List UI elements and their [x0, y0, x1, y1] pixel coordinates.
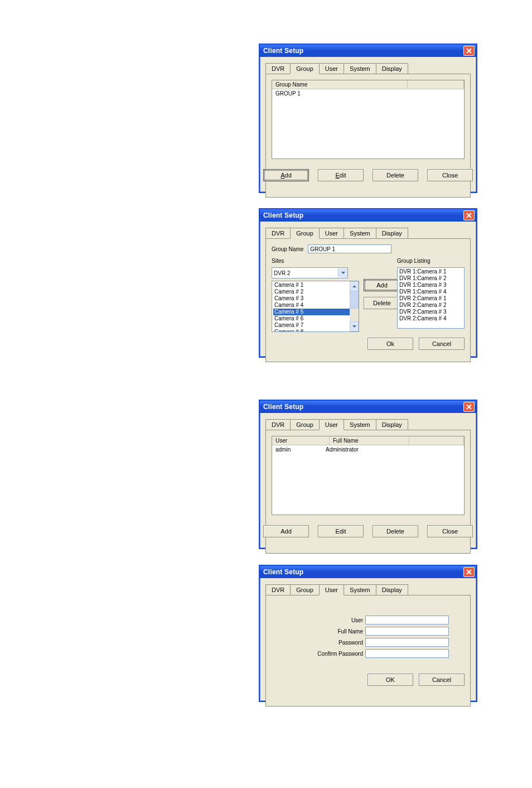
col-spacer: [408, 80, 464, 89]
group-listing-column: Group Listing DVR 1:Camera # 1DVR 1:Came…: [397, 258, 465, 332]
add-button[interactable]: Add: [263, 525, 309, 537]
fullname-input[interactable]: [365, 627, 449, 636]
fullname-cell: Administrator: [326, 446, 359, 453]
close-icon[interactable]: [463, 210, 475, 220]
tab-dvr[interactable]: DVR: [265, 228, 291, 239]
group-list[interactable]: Group Name GROUP 1: [272, 80, 465, 159]
tabs: DVR Group User System Display: [265, 419, 476, 430]
col-spacer: [409, 436, 464, 445]
group-listing-item[interactable]: DVR 1:Camera # 1: [399, 268, 462, 275]
close-button[interactable]: Close: [427, 525, 473, 537]
add-camera-button[interactable]: Add: [364, 279, 400, 291]
tab-display[interactable]: Display: [376, 63, 408, 74]
camera-list-item[interactable]: Camera # 8: [273, 329, 357, 332]
ok-button[interactable]: OK: [367, 674, 413, 686]
tab-system[interactable]: System: [344, 419, 376, 430]
group-name-input[interactable]: [308, 244, 391, 253]
user-list-header: User Full Name: [272, 436, 464, 445]
confirm-password-label: Confirm Password: [317, 651, 363, 657]
user-label: User: [351, 617, 363, 623]
row-confirm: Confirm Password: [287, 649, 449, 658]
button-row: OK Cancel: [272, 674, 465, 686]
tab-dvr[interactable]: DVR: [265, 419, 291, 430]
tab-system[interactable]: System: [344, 228, 376, 239]
tab-system[interactable]: System: [344, 584, 376, 595]
group-name-cell: GROUP 1: [275, 90, 301, 97]
tab-user[interactable]: User: [319, 63, 344, 74]
delete-camera-button[interactable]: Delete: [364, 297, 400, 309]
group-listing-item[interactable]: DVR 2:Camera # 3: [399, 309, 462, 315]
user-input[interactable]: [365, 616, 449, 624]
tab-user[interactable]: User: [319, 228, 344, 239]
window-title: Client Setup: [263, 212, 463, 219]
transfer-buttons: Add Delete: [364, 279, 391, 332]
titlebar: Client Setup: [260, 45, 476, 57]
edit-button[interactable]: Edit: [318, 169, 364, 181]
group-list-row[interactable]: GROUP 1: [272, 89, 464, 98]
tab-panel: Group Name GROUP 1 Add Edit Delete Close: [265, 74, 471, 198]
tab-group[interactable]: Group: [290, 419, 320, 430]
group-listing-item[interactable]: DVR 1:Camera # 4: [399, 289, 462, 295]
camera-list-item[interactable]: Camera # 1: [273, 282, 357, 289]
tab-display[interactable]: Display: [376, 584, 408, 595]
tab-group[interactable]: Group: [290, 63, 320, 74]
confirm-password-input[interactable]: [365, 649, 449, 658]
col-user: User: [272, 436, 330, 445]
scroll-thumb[interactable]: [350, 291, 359, 309]
password-input[interactable]: [365, 638, 449, 647]
window-title: Client Setup: [263, 403, 463, 411]
password-label: Password: [338, 640, 363, 646]
button-row: Add Edit Delete Close: [272, 169, 465, 181]
user-cell: admin: [275, 446, 326, 453]
tab-system[interactable]: System: [344, 63, 376, 74]
scroll-down-icon[interactable]: [350, 321, 359, 331]
tab-display[interactable]: Display: [376, 228, 408, 239]
close-button[interactable]: Close: [427, 169, 473, 181]
close-icon[interactable]: [463, 402, 475, 412]
cancel-button[interactable]: Cancel: [419, 338, 465, 350]
scrollbar[interactable]: [350, 281, 359, 331]
camera-list-item[interactable]: Camera # 7: [273, 322, 357, 329]
close-icon[interactable]: [463, 46, 475, 56]
titlebar: Client Setup: [260, 401, 476, 413]
camera-list-item[interactable]: Camera # 4: [273, 302, 357, 309]
tab-user[interactable]: User: [319, 419, 344, 430]
scroll-up-icon[interactable]: [350, 281, 359, 291]
camera-list-item[interactable]: Camera # 2: [273, 289, 357, 295]
user-list[interactable]: User Full Name admin Administrator: [272, 436, 465, 515]
camera-list-item[interactable]: Camera # 6: [273, 315, 357, 322]
user-list-row[interactable]: admin Administrator: [272, 445, 464, 454]
col-group-name: Group Name: [272, 80, 408, 89]
cancel-button[interactable]: Cancel: [419, 674, 465, 686]
sites-combo[interactable]: DVR 2: [272, 267, 348, 278]
delete-button[interactable]: Delete: [373, 525, 418, 537]
camera-list-item[interactable]: Camera # 5: [273, 309, 357, 315]
camera-list-item[interactable]: Camera # 3: [273, 295, 357, 302]
tab-group[interactable]: Group: [290, 584, 320, 595]
row-user: User: [287, 616, 449, 624]
tab-dvr[interactable]: DVR: [265, 584, 291, 595]
close-icon[interactable]: [463, 567, 475, 577]
fullname-label: Full Name: [337, 628, 363, 635]
group-listing-item[interactable]: DVR 2:Camera # 2: [399, 302, 462, 309]
group-listing-item[interactable]: DVR 1:Camera # 2: [399, 275, 462, 282]
camera-list[interactable]: Camera # 1Camera # 2Camera # 3Camera # 4…: [272, 281, 359, 332]
group-listing-item[interactable]: DVR 2:Camera # 1: [399, 295, 462, 302]
ok-button[interactable]: Ok: [367, 338, 413, 350]
group-listing-item[interactable]: DVR 2:Camera # 4: [399, 315, 462, 322]
add-button[interactable]: Add: [263, 169, 309, 181]
group-listing-item[interactable]: DVR 1:Camera # 3: [399, 282, 462, 289]
tab-display[interactable]: Display: [376, 419, 408, 430]
tab-panel: User Full Name admin Administrator Add E…: [265, 430, 471, 554]
edit-button[interactable]: Edit: [318, 525, 364, 537]
group-listing-label: Group Listing: [397, 258, 465, 264]
col-fullname: Full Name: [330, 436, 409, 445]
group-listing-list[interactable]: DVR 1:Camera # 1DVR 1:Camera # 2DVR 1:Ca…: [397, 267, 465, 329]
tab-group[interactable]: Group: [290, 228, 320, 239]
titlebar: Client Setup: [260, 209, 476, 222]
tab-user[interactable]: User: [319, 584, 344, 595]
delete-button[interactable]: Delete: [373, 169, 418, 181]
tab-dvr[interactable]: DVR: [265, 63, 291, 74]
group-name-row: Group Name: [272, 244, 465, 253]
sites-combo-value: DVR 2: [272, 270, 338, 276]
